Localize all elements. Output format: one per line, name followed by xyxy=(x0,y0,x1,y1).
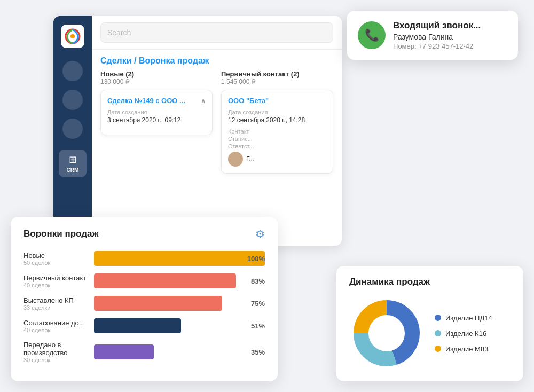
donut-chart xyxy=(349,296,424,371)
deal-title-1: Сделка №149 с ООО ... ∧ xyxy=(107,97,206,105)
funnel-row-2: Выставлено КП 33 сделки 75% xyxy=(23,296,265,311)
call-icon-wrap: 📞 xyxy=(358,21,386,49)
sidebar-item-crm[interactable]: ⊞ CRM xyxy=(59,150,87,177)
sidebar-dot-3[interactable] xyxy=(62,119,83,139)
avatar xyxy=(228,152,243,167)
legend-dot-2 xyxy=(435,346,441,352)
funnel-bar-wrap-0: 100% xyxy=(94,251,265,266)
funnel-bar-wrap-3: 51% xyxy=(94,318,265,333)
column-header-primary: Первичный контакт (2) 1 545 000 ₽ xyxy=(221,70,333,85)
svg-point-5 xyxy=(371,317,403,349)
funnel-row-1: Первичный контакт 40 сделок 83% xyxy=(23,273,265,288)
deal-contact-value: Станис... xyxy=(228,136,326,142)
funnel-label-2: Выставлено КП 33 сделки xyxy=(23,296,88,311)
funnel-count-1: 40 сделок xyxy=(23,282,88,288)
funnel-name-4: Передано в производство xyxy=(23,341,88,357)
funnel-bar-wrap-4: 35% xyxy=(94,344,265,359)
column-title-primary: Первичный контакт (2) xyxy=(221,70,333,78)
funnel-count-0: 50 сделок xyxy=(23,260,88,266)
deal-date-value-2: 12 сентября 2020 г., 14:28 xyxy=(228,116,326,124)
funnel-label-1: Первичный контакт 40 сделок xyxy=(23,274,88,288)
funnel-pct-3: 51% xyxy=(251,322,265,330)
funnel-row-3: Согласование до.. 40 сделок 51% xyxy=(23,318,265,333)
sidebar-dot-2[interactable] xyxy=(62,90,83,110)
call-number: Номер: +7 923 457-12-42 xyxy=(393,42,507,50)
legend-label-1: Изделие К16 xyxy=(445,330,486,338)
funnel-count-2: 33 сделки xyxy=(23,304,88,311)
funnel-bar-wrap-1: 83% xyxy=(94,273,265,288)
gear-icon[interactable]: ⚙ xyxy=(255,228,265,240)
legend-label-2: Изделие М83 xyxy=(445,345,488,353)
funnel-header: Воронки продаж ⚙ xyxy=(23,228,265,240)
chevron-icon: ∧ xyxy=(201,97,206,105)
legend-label-0: Изделие ПД14 xyxy=(445,314,492,322)
legend-item-2: Изделие М83 xyxy=(435,345,492,353)
deal-date-label-1: Дата создания xyxy=(107,109,206,115)
donut-content: Изделие ПД14 Изделие К16 Изделие М83 xyxy=(349,296,511,371)
breadcrumb-static: Сделки / xyxy=(100,56,137,65)
funnel-rows: Новые 50 сделок 100% Первичный контакт 4… xyxy=(23,251,265,363)
funnel-label-0: Новые 50 сделок xyxy=(23,252,88,266)
crm-panel: ⊞ CRM Search Сделки / Воронка продаж Нов… xyxy=(53,16,342,246)
sidebar-dot-1[interactable] xyxy=(62,61,83,81)
column-header-new: Новые (2) 130 000 ₽ xyxy=(100,70,213,85)
sidebar: ⊞ CRM xyxy=(53,16,92,246)
deal-resp-name: Г... xyxy=(246,155,254,163)
crm-label: CRM xyxy=(67,167,79,173)
funnel-panel: Воронки продаж ⚙ Новые 50 сделок 100% Пе… xyxy=(11,217,278,381)
funnel-label-4: Передано в производство 30 сделок xyxy=(23,341,88,363)
column-title-new: Новые (2) xyxy=(100,70,213,78)
deal-date-value-1: 3 сентября 2020 г., 09:12 xyxy=(107,116,206,124)
funnel-row-4: Передано в производство 30 сделок 35% xyxy=(23,341,265,363)
svg-point-1 xyxy=(70,34,75,38)
crm-icon: ⊞ xyxy=(69,154,77,166)
funnel-bar-wrap-2: 75% xyxy=(94,296,265,311)
call-name: Разумова Галина xyxy=(393,33,507,41)
funnel-count-3: 40 сделок xyxy=(23,327,88,333)
deal-contact-label: Контакт xyxy=(228,128,326,135)
funnel-label-3: Согласование до.. 40 сделок xyxy=(23,319,88,333)
funnel-bar-4 xyxy=(94,344,154,359)
deal-card-1[interactable]: Сделка №149 с ООО ... ∧ Дата создания 3 … xyxy=(100,90,213,135)
phone-icon: 📞 xyxy=(365,28,379,42)
breadcrumb-link[interactable]: Воронка продаж xyxy=(139,56,209,65)
legend-item-0: Изделие ПД14 xyxy=(435,314,492,322)
column-amount-primary: 1 545 000 ₽ xyxy=(221,78,333,85)
donut-panel: Динамика продаж Изделие ПД14 Изделие К16… xyxy=(336,266,523,381)
funnel-bar-3 xyxy=(94,318,181,333)
funnel-pct-4: 35% xyxy=(251,348,265,356)
funnel-pct-1: 83% xyxy=(251,277,265,285)
donut-title: Динамика продаж xyxy=(349,277,511,287)
app-logo[interactable] xyxy=(61,25,84,48)
deal-resp-label: Ответст... xyxy=(228,143,326,150)
call-card: 📞 Входящий звонок... Разумова Галина Ном… xyxy=(347,11,518,60)
deal-title-2: ООО "Бета" xyxy=(228,97,326,105)
funnel-pct-2: 75% xyxy=(251,300,265,308)
funnel-bar-0 xyxy=(94,251,265,266)
call-title: Входящий звонок... xyxy=(393,20,507,31)
funnel-name-2: Выставлено КП xyxy=(23,296,88,304)
funnel-bar-2 xyxy=(94,296,222,311)
funnel-name-3: Согласование до.. xyxy=(23,319,88,327)
crm-content: Search Сделки / Воронка продаж Новые (2)… xyxy=(92,16,342,246)
donut-legend: Изделие ПД14 Изделие К16 Изделие М83 xyxy=(435,314,492,353)
breadcrumb: Сделки / Воронка продаж xyxy=(92,50,342,70)
funnel-name-1: Первичный контакт xyxy=(23,274,88,282)
legend-dot-0 xyxy=(435,315,441,321)
crm-header: Search xyxy=(92,16,342,50)
deal-resp-avatar-row: Г... xyxy=(228,152,326,167)
funnel-row-0: Новые 50 сделок 100% xyxy=(23,251,265,266)
funnel-title: Воронки продаж xyxy=(23,229,99,239)
search-input[interactable]: Search xyxy=(100,22,333,43)
deal-card-2[interactable]: ООО "Бета" Дата создания 12 сентября 202… xyxy=(221,90,333,174)
funnel-pct-0: 100% xyxy=(247,255,265,263)
funnel-bar-1 xyxy=(94,273,236,288)
deal-date-label-2: Дата создания xyxy=(228,109,326,115)
call-info: Входящий звонок... Разумова Галина Номер… xyxy=(393,20,507,50)
search-placeholder: Search xyxy=(107,28,131,37)
legend-item-1: Изделие К16 xyxy=(435,330,492,338)
funnel-name-0: Новые xyxy=(23,252,88,260)
column-amount-new: 130 000 ₽ xyxy=(100,78,213,85)
funnel-count-4: 30 сделок xyxy=(23,357,88,363)
legend-dot-1 xyxy=(435,330,441,336)
